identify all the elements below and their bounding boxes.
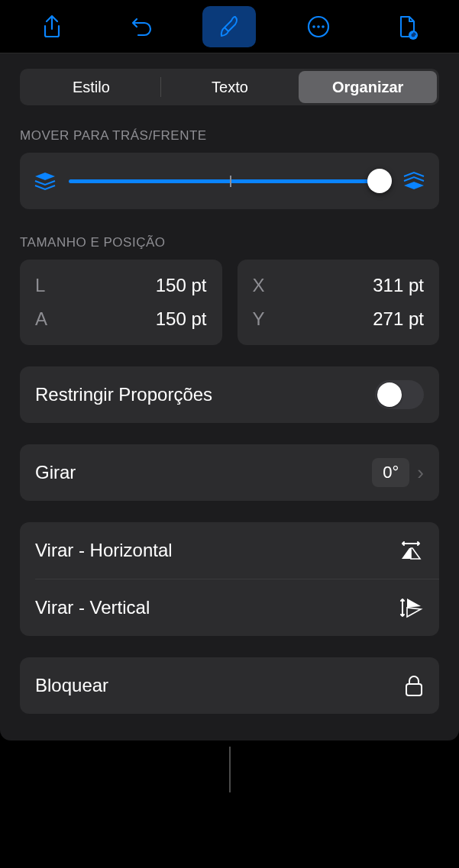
width-row: L 150 pt	[35, 269, 207, 302]
tab-style-label: Estilo	[73, 79, 110, 96]
rotate-label: Girar	[35, 462, 76, 483]
share-icon	[39, 14, 65, 40]
send-to-back-icon[interactable]	[34, 171, 57, 191]
size-position-grid: L 150 pt A 150 pt X 311 pt Y 271 pt	[20, 260, 439, 345]
format-panel: Estilo Texto Organizar MOVER PARA TRÁS/F…	[0, 53, 459, 741]
sizepos-section-label: TAMANHO E POSIÇÃO	[20, 235, 439, 250]
svg-point-3	[322, 25, 325, 28]
format-button[interactable]	[202, 6, 256, 47]
toolbar	[0, 0, 459, 53]
x-key: X	[253, 275, 265, 296]
flip-vertical-row[interactable]: Virar - Vertical	[20, 579, 439, 636]
tab-arrange-label: Organizar	[332, 79, 403, 96]
flip-h-label: Virar - Horizontal	[35, 540, 173, 561]
rotate-value-group: 0° ›	[372, 458, 424, 487]
svg-point-2	[317, 25, 320, 28]
height-key: A	[35, 308, 47, 330]
lock-icon	[404, 674, 424, 697]
x-value: 311 pt	[373, 275, 424, 296]
position-card[interactable]: X 311 pt Y 271 pt	[238, 260, 440, 345]
flip-card: Virar - Horizontal Virar - Vertical	[20, 522, 439, 636]
slider-knob[interactable]	[367, 169, 392, 193]
lock-row[interactable]: Bloquear	[20, 657, 439, 714]
undo-button[interactable]	[114, 6, 167, 47]
flip-v-label: Virar - Vertical	[35, 597, 150, 618]
x-row: X 311 pt	[253, 269, 425, 302]
lock-label: Bloquear	[35, 675, 108, 696]
svg-rect-6	[406, 684, 422, 695]
constrain-label: Restringir Proporções	[35, 384, 212, 405]
size-card[interactable]: L 150 pt A 150 pt	[20, 260, 222, 345]
share-button[interactable]	[25, 6, 79, 47]
callout-line	[229, 747, 231, 792]
document-icon	[394, 14, 420, 40]
constrain-card: Restringir Proporções	[20, 366, 439, 423]
rotate-value: 0°	[372, 458, 409, 487]
tab-text[interactable]: Texto	[161, 71, 299, 103]
rotate-row[interactable]: Girar 0° ›	[20, 444, 439, 501]
y-key: Y	[253, 308, 265, 330]
y-value: 271 pt	[373, 308, 424, 330]
tab-style[interactable]: Estilo	[22, 71, 160, 103]
lock-card: Bloquear	[20, 657, 439, 714]
svg-point-1	[312, 25, 315, 28]
more-button[interactable]	[292, 6, 345, 47]
more-icon	[305, 14, 331, 40]
flip-horizontal-icon	[398, 539, 424, 562]
constrain-row: Restringir Proporções	[20, 366, 439, 423]
slider-tick	[230, 176, 231, 187]
rotate-card: Girar 0° ›	[20, 444, 439, 501]
tab-arrange[interactable]: Organizar	[299, 71, 437, 103]
format-tabs: Estilo Texto Organizar	[20, 69, 439, 105]
tab-text-label: Texto	[212, 79, 248, 96]
width-value: 150 pt	[156, 275, 207, 296]
width-key: L	[35, 275, 45, 296]
flip-horizontal-row[interactable]: Virar - Horizontal	[20, 522, 439, 579]
bring-to-front-icon[interactable]	[402, 171, 425, 191]
flip-vertical-icon	[398, 596, 424, 619]
undo-icon	[128, 14, 154, 40]
layer-order-control	[20, 153, 439, 209]
height-row: A 150 pt	[35, 302, 207, 336]
y-row: Y 271 pt	[253, 302, 425, 336]
layer-slider[interactable]	[69, 179, 390, 183]
toggle-knob	[377, 382, 402, 407]
paintbrush-icon	[216, 14, 242, 40]
constrain-toggle[interactable]	[375, 380, 424, 409]
height-value: 150 pt	[156, 308, 207, 330]
document-button[interactable]	[380, 6, 434, 47]
layer-section-label: MOVER PARA TRÁS/FRENTE	[20, 128, 439, 144]
chevron-right-icon: ›	[417, 461, 424, 485]
